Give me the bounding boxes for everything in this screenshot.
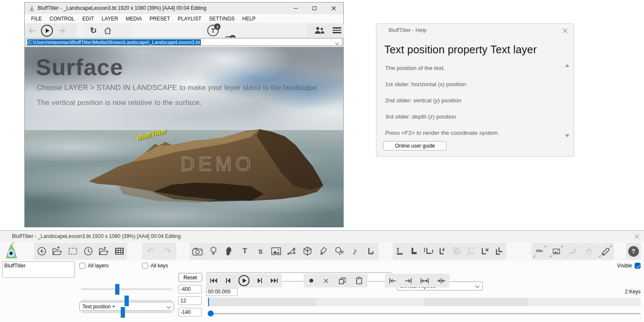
menu-edit[interactable]: EDIT	[78, 15, 98, 23]
show-duration-button[interactable]	[82, 247, 95, 256]
redo-icon[interactable]: ↷	[164, 246, 171, 256]
menu-preset[interactable]: PRESET	[146, 15, 174, 23]
move-key-to-start-button[interactable]	[389, 278, 397, 284]
layer-text-input[interactable]: BluffTitler	[2, 261, 75, 278]
record-key-button[interactable]	[309, 278, 314, 283]
stretch-keys-button[interactable]	[420, 278, 429, 284]
slider-z-value-input[interactable]: -140	[178, 308, 202, 316]
copy-key-button[interactable]	[339, 277, 346, 284]
slider-y-handle[interactable]	[125, 296, 129, 306]
delete-key-button[interactable]	[324, 278, 328, 283]
slider-x-handle[interactable]	[115, 284, 119, 295]
time-input[interactable]: 00:00.000	[206, 288, 238, 296]
add-picture-layer-button[interactable]	[270, 247, 283, 255]
close-button[interactable]	[324, 3, 343, 14]
maximize-button[interactable]	[305, 3, 324, 14]
menu-file[interactable]: FILE	[27, 15, 46, 23]
time-cursor[interactable]	[208, 298, 209, 306]
slider-track[interactable]	[81, 311, 172, 313]
move-key-to-end-button[interactable]	[404, 278, 412, 284]
layer-fx-button[interactable]	[436, 247, 449, 255]
menu-help[interactable]: HELP	[238, 15, 259, 23]
paste-key-button[interactable]	[356, 277, 363, 284]
reset-button[interactable]: Reset	[178, 273, 202, 282]
change-plasma-button[interactable]: ↗↙	[566, 245, 580, 257]
next-key-button[interactable]	[257, 277, 263, 284]
help-close-button[interactable]	[562, 27, 569, 34]
slider-track[interactable]	[81, 288, 172, 290]
go-to-end-button[interactable]	[270, 277, 278, 284]
slider-z-handle[interactable]	[121, 307, 125, 318]
checkbox-icon[interactable]	[142, 263, 148, 269]
add-scroller-layer-button[interactable]: S	[254, 248, 267, 255]
add-model-layer-button[interactable]	[301, 247, 314, 256]
layer-order-button[interactable]	[493, 247, 505, 256]
add-particle-layer-button[interactable]	[333, 247, 345, 256]
online-user-guide-button[interactable]: Online user guide	[383, 141, 447, 151]
play-preview-button[interactable]	[40, 24, 53, 37]
scroll-down-icon[interactable]	[565, 134, 569, 137]
add-plasma-layer-button[interactable]	[285, 247, 298, 255]
visible-checkbox[interactable]: Visible	[617, 263, 641, 269]
menu-settings[interactable]: SETTINGS	[205, 15, 238, 23]
new-show-button[interactable]	[35, 247, 48, 256]
change-style-button[interactable]: ↗↙	[598, 245, 613, 257]
timeline-track[interactable]	[208, 313, 641, 314]
compress-keys-button[interactable]	[437, 278, 446, 284]
help-scrollbar[interactable]	[564, 64, 570, 137]
previous-key-button[interactable]	[225, 277, 231, 284]
checkbox-icon[interactable]	[635, 263, 641, 269]
add-text-layer-button[interactable]: T	[238, 247, 251, 255]
slider-y[interactable]	[81, 296, 172, 305]
play-button[interactable]	[238, 275, 250, 287]
minimize-button[interactable]	[286, 3, 305, 14]
delete-layer-button[interactable]	[479, 247, 491, 255]
back-button[interactable]	[28, 27, 36, 35]
add-sketch-blob-button[interactable]	[223, 247, 235, 256]
attach-layer-button[interactable]	[422, 247, 435, 256]
add-eps-layer-button[interactable]	[364, 247, 377, 255]
menu-playlist[interactable]: PLAYLIST	[174, 15, 205, 23]
add-audio-layer-button[interactable]: ♪	[348, 246, 361, 257]
checkbox-icon[interactable]	[79, 263, 85, 269]
resize-show-button[interactable]	[67, 247, 79, 255]
active-layer-button[interactable]	[408, 247, 421, 255]
timeline-handle[interactable]	[208, 310, 214, 316]
slider-z[interactable]	[81, 308, 172, 317]
all-layers-checkbox[interactable]: All layers	[79, 263, 109, 269]
reload-show-button[interactable]: ↻	[89, 26, 98, 35]
slider-x-value-input[interactable]: -400	[178, 285, 202, 293]
clone-layer-button[interactable]	[394, 247, 406, 255]
slider-y-value-input[interactable]: 12	[178, 296, 202, 305]
community-button[interactable]	[314, 26, 325, 35]
timeline-slider[interactable]	[208, 310, 641, 317]
render-viewport[interactable]: DEMO BluffTitler Surface Choose LAYER > …	[25, 47, 343, 227]
menu-media[interactable]: MEDIA	[122, 15, 146, 23]
add-eraser-layer-button[interactable]	[317, 247, 330, 255]
add-camera-layer-button[interactable]	[191, 247, 204, 255]
change-font-button[interactable]: ↗↙ Abc	[533, 245, 547, 257]
text-layers-button[interactable]: T 3	[207, 25, 219, 36]
scroll-up-icon[interactable]	[565, 64, 569, 67]
open-show-button[interactable]	[51, 247, 64, 256]
layer-particles-button[interactable]	[450, 247, 463, 255]
undo-icon[interactable]: ↶	[147, 246, 154, 256]
address-dropdown-icon[interactable]	[335, 41, 339, 45]
forward-button[interactable]	[58, 27, 66, 35]
add-light-layer-button[interactable]	[207, 247, 220, 256]
save-show-button[interactable]	[97, 247, 110, 256]
export-video-button[interactable]	[113, 247, 126, 255]
change-texture-button[interactable]: ↗↙	[549, 245, 564, 257]
show-path-input[interactable]: C:\Users\miaomiao\BluffTitler\Media\Show…	[26, 38, 342, 46]
menu-layer[interactable]: LAYER	[98, 15, 122, 23]
main-menu-button[interactable]	[333, 27, 341, 33]
home-button[interactable]	[103, 26, 112, 35]
slider-x[interactable]	[81, 285, 172, 294]
change-model-button[interactable]: ↗↙	[582, 245, 596, 257]
keys-track[interactable]	[208, 298, 641, 306]
menu-control[interactable]: CONTROL	[46, 15, 78, 23]
all-keys-checkbox[interactable]: All keys	[142, 263, 168, 269]
go-to-start-button[interactable]	[209, 277, 218, 284]
panel-close-button[interactable]	[634, 233, 640, 239]
help-button[interactable]: ?	[628, 246, 639, 257]
